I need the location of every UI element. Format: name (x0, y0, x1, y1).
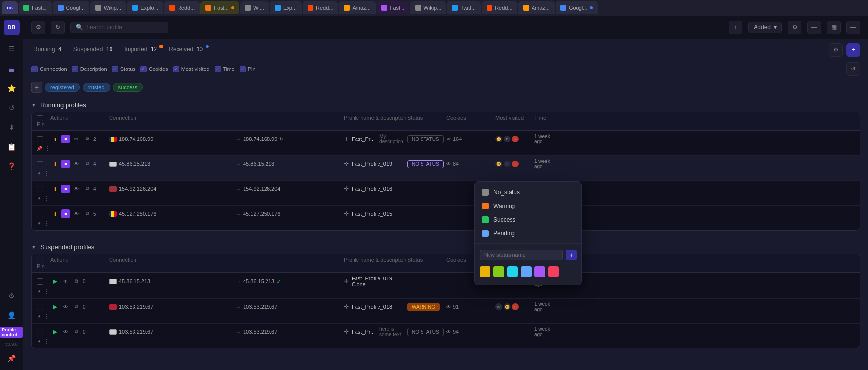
bars-icon[interactable]: ⏸ (50, 160, 59, 168)
bars-icon[interactable]: ⏸ (50, 185, 59, 193)
browser-tab-14[interactable]: Redd... (482, 1, 517, 14)
browser-tab-4[interactable]: Explo... (127, 1, 163, 14)
eye-icon[interactable]: 👁 (72, 209, 81, 218)
dropdown-item-success[interactable]: Success (475, 213, 581, 227)
row-checkbox[interactable] (37, 278, 43, 285)
browser-tab-16[interactable]: Googl... (556, 1, 598, 14)
status-tag-success[interactable]: success (113, 83, 143, 92)
more-options-icon[interactable]: ⋮ (44, 194, 50, 202)
filter-most-visited[interactable]: ✓ Most visited (173, 66, 210, 72)
more-header-btn[interactable]: — (846, 21, 860, 34)
play-icon[interactable]: ▶ (50, 302, 59, 311)
col-select-all-s[interactable] (37, 257, 50, 263)
browser-tab-3[interactable]: Wikip... (90, 1, 126, 14)
profile-name[interactable]: Fast_Profile_019 - Clone (352, 276, 407, 287)
sidebar-item-dashboard[interactable]: ▦ (4, 61, 20, 76)
filter-time[interactable]: ✓ Time (215, 66, 235, 72)
status-badge[interactable]: NO STATUS (407, 135, 444, 143)
status-badge-warning[interactable]: WARNING (407, 303, 440, 311)
pin-icon[interactable]: 🖈 (37, 339, 42, 344)
eye-icon[interactable]: 👁 (72, 160, 81, 168)
color-swatch-lime[interactable] (493, 266, 504, 277)
pin-icon[interactable]: 📌 (36, 146, 42, 151)
pin-icon[interactable]: 🖈 (37, 314, 42, 319)
eye-icon[interactable]: 👁 (72, 185, 81, 193)
more-options-icon[interactable]: ⋮ (44, 287, 50, 295)
eye-icon[interactable]: 👁 (61, 277, 70, 286)
dropdown-item-pending[interactable]: Pending (475, 227, 581, 240)
filter-status[interactable]: ✓ Status (112, 66, 135, 72)
status-tag-trusted[interactable]: trusted (83, 83, 110, 92)
eye-icon[interactable]: 👁 (72, 135, 81, 143)
sidebar-item-menu[interactable]: ☰ (4, 41, 20, 57)
sidebar-item-help[interactable]: ❓ (4, 159, 20, 174)
row-checkbox[interactable] (37, 211, 43, 217)
dropdown-item-no-status[interactable]: No_status (475, 185, 581, 199)
description-checkbox[interactable]: ✓ (72, 66, 78, 72)
play-icon[interactable]: ▶ (50, 327, 59, 336)
running-collapse-btn[interactable]: ▼ (31, 102, 36, 108)
color-swatch-blue[interactable] (521, 266, 532, 277)
copy-icon[interactable]: ⧉ (83, 160, 91, 168)
status-badge-active[interactable]: NO STATUS (407, 160, 444, 168)
suspended-collapse-btn[interactable]: ▼ (31, 244, 36, 250)
stop-btn[interactable]: ■ (61, 209, 70, 218)
browser-tab-9[interactable]: Redd... (303, 1, 338, 14)
profile-name[interactable]: Fast_Profile_018 (352, 304, 392, 310)
copy-icon[interactable]: ⧉ (83, 185, 91, 193)
browser-tab-7[interactable]: Wi... (240, 1, 269, 14)
profile-name[interactable]: Fast_Profile_016 (352, 186, 392, 192)
pin-icon[interactable]: 🖈 (37, 171, 42, 176)
tab-imported[interactable]: Imported 12 (122, 43, 159, 58)
more-options-icon[interactable]: ⋮ (44, 337, 50, 345)
stop-btn[interactable]: ■ (61, 185, 70, 193)
copy-icon[interactable]: ⧉ (83, 135, 91, 143)
color-swatch-cyan[interactable] (507, 266, 518, 277)
filter-pin[interactable]: ✓ Pin (240, 66, 256, 72)
pin-icon[interactable]: 🖈 (37, 289, 42, 294)
new-status-add-btn[interactable]: + (566, 250, 577, 260)
cookies-checkbox[interactable]: ✓ (140, 66, 147, 72)
pin-icon[interactable]: 🖈 (37, 196, 42, 201)
browser-tab-13[interactable]: Twitt... (447, 1, 481, 14)
row-checkbox[interactable] (37, 329, 43, 335)
browser-tab-db[interactable]: DB (2, 1, 18, 14)
row-checkbox[interactable] (37, 186, 43, 192)
more-options-icon[interactable]: ⋮ (44, 144, 51, 152)
status-tag-registered[interactable]: registered (45, 83, 80, 92)
stop-btn[interactable]: ■ (61, 160, 70, 168)
new-status-input[interactable] (480, 250, 563, 260)
filter-icon-btn[interactable]: ⚙ (31, 21, 45, 34)
color-swatch-purple[interactable] (534, 266, 545, 277)
sidebar-item-history[interactable]: ↺ (4, 100, 20, 116)
more-options-icon[interactable]: ⋮ (44, 219, 50, 227)
add-tag-btn[interactable]: + (31, 82, 42, 92)
browser-tab-11[interactable]: Fast... (377, 1, 410, 14)
dropdown-item-warning[interactable]: Warning (475, 199, 581, 213)
refresh-connection-btn[interactable]: ↻ (279, 136, 284, 142)
browser-tab-15[interactable]: Amaz... (518, 1, 555, 14)
browser-tab-6[interactable]: Fast... (200, 1, 239, 14)
settings-icon-btn[interactable]: ⚙ (829, 43, 843, 57)
sort-select[interactable]: Added ▾ (748, 22, 782, 33)
bars-icon[interactable]: ⏸ (50, 209, 59, 218)
sidebar-item-favorites[interactable]: ⭐ (4, 80, 20, 96)
grid-icon-btn[interactable]: ⚙ (788, 21, 801, 34)
copy-icon[interactable]: ⧉ (83, 209, 91, 218)
select-all-checkbox-s[interactable] (37, 257, 43, 263)
sidebar-item-pin[interactable]: 📌 (4, 350, 20, 366)
row-checkbox[interactable] (37, 136, 43, 142)
copy-icon[interactable]: ⧉ (72, 302, 81, 311)
eye-icon[interactable]: 👁 (61, 302, 70, 311)
reset-filters-btn[interactable]: ↺ (846, 62, 860, 76)
browser-tab-12[interactable]: Wikip... (410, 1, 446, 14)
browser-tab-1[interactable]: Fast... (19, 1, 52, 14)
browser-tab-8[interactable]: Exp... (270, 1, 302, 14)
row-checkbox[interactable] (37, 161, 43, 167)
col-select-all[interactable] (37, 115, 50, 121)
select-all-checkbox[interactable] (37, 115, 43, 121)
profile-name[interactable]: Fast_Pr... (352, 136, 375, 142)
sidebar-item-notes[interactable]: 📋 (4, 139, 20, 155)
tab-running[interactable]: Running 4 (31, 43, 64, 58)
status-checkbox[interactable]: ✓ (112, 66, 118, 72)
